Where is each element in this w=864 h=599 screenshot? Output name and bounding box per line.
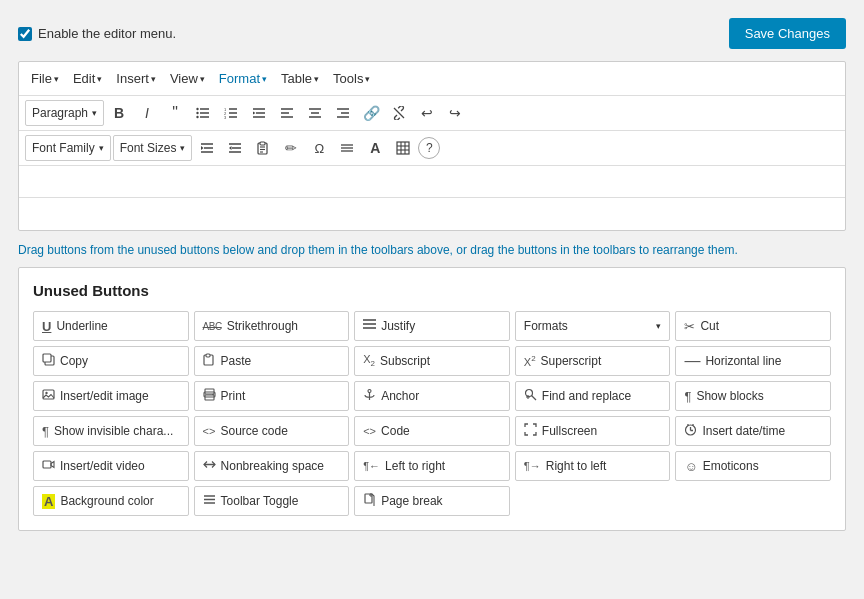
paste-text-button[interactable]: [250, 135, 276, 161]
btn-copy[interactable]: Copy: [33, 346, 189, 376]
menu-edit[interactable]: Edit ▾: [67, 68, 108, 89]
btn-underline[interactable]: U Underline: [33, 311, 189, 341]
menu-insert[interactable]: Insert ▾: [110, 68, 162, 89]
menu-table[interactable]: Table ▾: [275, 68, 325, 89]
svg-rect-51: [43, 354, 51, 362]
nonbreaking-icon: [203, 458, 216, 474]
help-button[interactable]: ?: [418, 137, 440, 159]
btn-show-invisible[interactable]: ¶ Show invisible chara...: [33, 416, 189, 446]
btn-hr[interactable]: — Horizontal line: [675, 346, 831, 376]
btn-cut[interactable]: ✂ Cut: [675, 311, 831, 341]
btn-insert-datetime[interactable]: Insert date/time: [675, 416, 831, 446]
hr-button[interactable]: [334, 135, 360, 161]
paragraph-caret: ▾: [92, 108, 97, 118]
btn-code[interactable]: <> Code: [354, 416, 510, 446]
table-button[interactable]: [390, 135, 416, 161]
font-family-caret: ▾: [99, 143, 104, 153]
btn-insert-image[interactable]: Insert/edit image: [33, 381, 189, 411]
show-invisible-icon: ¶: [42, 424, 49, 439]
underline-icon: U: [42, 319, 51, 334]
btn-find-replace[interactable]: Find and replace: [515, 381, 671, 411]
svg-rect-42: [397, 142, 409, 154]
svg-rect-77: [365, 494, 372, 503]
redo-button[interactable]: ↪: [442, 100, 468, 126]
menu-tools[interactable]: Tools ▾: [327, 68, 376, 89]
btn-emoticons[interactable]: ☺ Emoticons: [675, 451, 831, 481]
special-chars-button[interactable]: Ω: [306, 135, 332, 161]
blockquote-button[interactable]: ": [162, 100, 188, 126]
menu-format[interactable]: Format ▾: [213, 68, 273, 89]
btn-nonbreaking[interactable]: Nonbreaking space: [194, 451, 350, 481]
unused-title: Unused Buttons: [33, 282, 831, 299]
btn-justify[interactable]: Justify: [354, 311, 510, 341]
strikethrough-icon: ABC: [203, 321, 222, 332]
menu-file[interactable]: File ▾: [25, 68, 65, 89]
svg-marker-29: [201, 146, 204, 150]
paragraph-label: Paragraph: [32, 106, 88, 120]
btn-superscript[interactable]: X2 Superscript: [515, 346, 671, 376]
btn-paste[interactable]: Paste: [194, 346, 350, 376]
editor-container: File ▾ Edit ▾ Insert ▾ View ▾ Format ▾ T…: [18, 61, 846, 231]
svg-point-3: [196, 108, 198, 110]
btn-rtl[interactable]: ¶→ Right to left: [515, 451, 671, 481]
outdent2-button[interactable]: [222, 135, 248, 161]
cut-icon: ✂: [684, 319, 695, 334]
datetime-icon: [684, 423, 697, 439]
superscript-icon: X2: [524, 354, 536, 368]
show-blocks-icon: ¶: [684, 389, 691, 404]
btn-formats[interactable]: Formats ▾: [515, 311, 671, 341]
print-icon: [203, 388, 216, 404]
btn-ltr[interactable]: ¶← Left to right: [354, 451, 510, 481]
btn-subscript[interactable]: X2 Subscript: [354, 346, 510, 376]
align-right-button[interactable]: [330, 100, 356, 126]
save-button[interactable]: Save Changes: [729, 18, 846, 49]
font-sizes-label: Font Sizes: [120, 141, 177, 155]
paragraph-dropdown[interactable]: Paragraph ▾: [25, 100, 104, 126]
svg-point-59: [212, 394, 214, 396]
page-break-icon: [363, 493, 376, 509]
enable-text: Enable the editor menu.: [38, 26, 176, 41]
top-bar: Enable the editor menu. Save Changes: [18, 18, 846, 49]
indent-button[interactable]: [194, 135, 220, 161]
ul-button[interactable]: [190, 100, 216, 126]
outdent-button[interactable]: [246, 100, 272, 126]
toolbar-toggle-icon: [203, 493, 216, 509]
btn-page-break[interactable]: Page break: [354, 486, 510, 516]
btn-insert-video[interactable]: Insert/edit video: [33, 451, 189, 481]
btn-print[interactable]: Print: [194, 381, 350, 411]
font-sizes-dropdown[interactable]: Font Sizes ▾: [113, 135, 193, 161]
menu-view[interactable]: View ▾: [164, 68, 211, 89]
btn-fullscreen[interactable]: Fullscreen: [515, 416, 671, 446]
find-replace-icon: [524, 388, 537, 404]
formats-caret: ▾: [656, 321, 661, 331]
enable-editor-label[interactable]: Enable the editor menu.: [18, 26, 176, 41]
font-family-dropdown[interactable]: Font Family ▾: [25, 135, 111, 161]
btn-toolbar-toggle[interactable]: Toolbar Toggle: [194, 486, 350, 516]
align-left-button[interactable]: [274, 100, 300, 126]
insert-link-button[interactable]: 🔗: [358, 100, 384, 126]
code-icon: <>: [363, 425, 376, 437]
btn-bg-color[interactable]: A Background color: [33, 486, 189, 516]
btn-show-blocks[interactable]: ¶ Show blocks: [675, 381, 831, 411]
unlink-button[interactable]: [386, 100, 412, 126]
btn-source-code[interactable]: <> Source code: [194, 416, 350, 446]
enable-checkbox[interactable]: [18, 27, 32, 41]
bold-button[interactable]: B: [106, 100, 132, 126]
btn-strikethrough[interactable]: ABC Strikethrough: [194, 311, 350, 341]
align-center-button[interactable]: [302, 100, 328, 126]
toolbar-row-1: Paragraph ▾ B I " 123 🔗 ↩ ↪: [19, 96, 845, 131]
italic-button[interactable]: I: [134, 100, 160, 126]
svg-point-62: [525, 390, 532, 397]
clear-format-button[interactable]: ✏: [278, 135, 304, 161]
fullscreen-icon: [524, 423, 537, 439]
justify-icon: [363, 318, 376, 334]
forecolor-button[interactable]: A: [362, 135, 388, 161]
btn-anchor[interactable]: Anchor: [354, 381, 510, 411]
ol-button[interactable]: 123: [218, 100, 244, 126]
svg-point-4: [196, 112, 198, 114]
undo-button[interactable]: ↩: [414, 100, 440, 126]
emoticons-icon: ☺: [684, 459, 697, 474]
menu-row: File ▾ Edit ▾ Insert ▾ View ▾ Format ▾ T…: [19, 62, 845, 96]
unused-grid: U Underline ABC Strikethrough Justify Fo…: [33, 311, 831, 516]
copy-icon: [42, 353, 55, 369]
